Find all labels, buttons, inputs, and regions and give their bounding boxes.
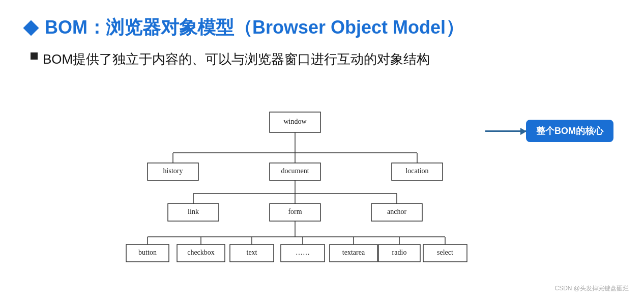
callout-bubble: 整个BOM的核心 xyxy=(526,120,613,142)
bullet-icon xyxy=(31,52,38,60)
page-title: BOM：浏览器对象模型（Browser Object Model） xyxy=(45,15,464,40)
label-document: document xyxy=(281,167,309,175)
diamond-icon xyxy=(23,20,39,36)
label-history: history xyxy=(163,167,183,175)
label-anchor: anchor xyxy=(387,208,406,215)
arrow-line xyxy=(485,130,526,132)
label-location: location xyxy=(405,167,428,175)
label-textarea: textarea xyxy=(342,249,365,256)
label-link: link xyxy=(188,208,199,215)
watermark: CSDN @头发掉完键盘砸烂 xyxy=(554,284,629,293)
tree-svg: window history document location link fo… xyxy=(112,102,478,275)
slide: BOM：浏览器对象模型（Browser Object Model） BOM提供了… xyxy=(0,0,644,300)
label-window: window xyxy=(283,118,307,125)
label-radio: radio xyxy=(392,249,407,256)
tree-diagram: window history document location link fo… xyxy=(112,102,478,277)
label-form: form xyxy=(288,208,302,215)
callout-arrow: 整个BOM的核心 xyxy=(485,120,613,142)
label-text: text xyxy=(247,249,257,256)
subtitle-text: BOM提供了独立于内容的、可以与浏览器窗口进行互动的对象结构 xyxy=(43,49,430,69)
subtitle-row: BOM提供了独立于内容的、可以与浏览器窗口进行互动的对象结构 xyxy=(25,49,619,69)
label-select: select xyxy=(437,249,453,256)
label-button: button xyxy=(138,249,157,256)
label-checkbox: checkbox xyxy=(187,249,215,256)
title-row: BOM：浏览器对象模型（Browser Object Model） xyxy=(25,15,619,40)
label-ellipsis: …… xyxy=(296,249,310,256)
